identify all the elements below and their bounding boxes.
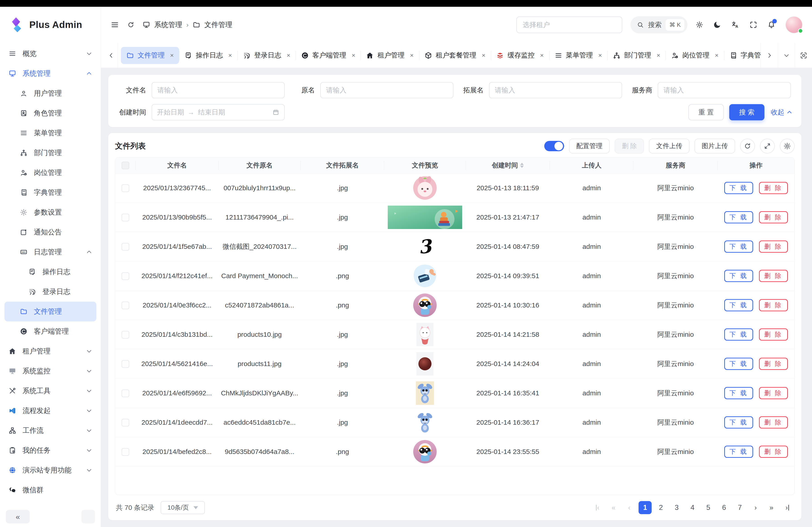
sidebar-item-微信群[interactable]: 微信群 <box>0 480 101 500</box>
sidebar-item-角色管理[interactable]: 角色管理 <box>0 103 101 123</box>
app-logo[interactable]: Plus Admin <box>0 7 101 43</box>
language-translate-icon[interactable]: A <box>731 21 739 29</box>
download-button[interactable]: 下 载 <box>724 446 753 458</box>
download-button[interactable]: 下 载 <box>724 182 753 194</box>
file-preview-thumbnail[interactable]: 3 <box>413 236 437 257</box>
sidebar-item-租户管理[interactable]: 租户管理 <box>0 341 101 361</box>
row-checkbox[interactable] <box>121 184 129 192</box>
pager-page-1[interactable]: 1 <box>639 501 652 514</box>
file-preview-thumbnail[interactable] <box>417 411 433 434</box>
dark-mode-moon-icon[interactable] <box>713 21 721 29</box>
filter-input-文件名[interactable]: 请输入 <box>151 82 285 98</box>
download-button[interactable]: 下 载 <box>724 299 753 311</box>
filter-input-原名[interactable]: 请输入 <box>320 82 453 98</box>
file-preview-thumbnail[interactable] <box>413 293 437 317</box>
search-button[interactable]: 搜 索 <box>729 104 765 120</box>
row-delete-button[interactable]: 删 除 <box>759 358 788 370</box>
download-button[interactable]: 下 载 <box>724 241 753 253</box>
sidebar-collapse-button[interactable]: « <box>6 510 30 523</box>
user-avatar[interactable] <box>785 16 802 33</box>
tab-客户端管理[interactable]: 客户端管理× <box>296 47 361 64</box>
pager-page-3[interactable]: 3 <box>670 501 683 514</box>
tab-租户管理[interactable]: 租户管理× <box>361 47 419 64</box>
pager-page-5[interactable]: 5 <box>702 501 715 514</box>
row-checkbox[interactable] <box>121 390 129 397</box>
tenant-select[interactable]: 选择租户 <box>516 16 622 33</box>
sidebar-item-字典管理[interactable]: 字典管理 <box>0 183 101 202</box>
download-button[interactable]: 下 载 <box>724 328 753 341</box>
column-settings-button[interactable] <box>780 139 795 153</box>
sidebar-item-演示站专用功能[interactable]: 演示站专用功能 <box>0 460 101 480</box>
tabs-dropdown-button[interactable] <box>778 43 795 68</box>
pager-next10-button[interactable]: » <box>765 501 778 514</box>
file-upload-button[interactable]: 文件上传 <box>649 139 690 153</box>
fullscreen-icon[interactable] <box>749 21 757 29</box>
row-checkbox[interactable] <box>121 243 129 251</box>
download-button[interactable]: 下 载 <box>724 211 753 223</box>
row-checkbox[interactable] <box>121 214 129 221</box>
filter-input-服务商[interactable]: 请输入 <box>658 82 791 98</box>
close-tab-icon[interactable]: × <box>352 52 355 59</box>
file-preview-thumbnail[interactable] <box>413 176 437 200</box>
sidebar-item-流程发起[interactable]: 流程发起 <box>0 401 101 421</box>
row-delete-button[interactable]: 删 除 <box>759 328 788 341</box>
filter-input-拓展名[interactable]: 请输入 <box>489 82 622 98</box>
tab-操作日志[interactable]: 操作日志× <box>179 47 237 64</box>
pin-icon[interactable] <box>82 510 95 523</box>
sidebar-item-日志管理[interactable]: DEV 日志管理 <box>0 242 101 262</box>
close-tab-icon[interactable]: × <box>170 52 174 59</box>
pager-page-7[interactable]: 7 <box>733 501 746 514</box>
sidebar-item-菜单管理[interactable]: 菜单管理 <box>0 123 101 143</box>
global-search-button[interactable]: 搜索 ⌘ K <box>630 16 687 33</box>
download-button[interactable]: 下 载 <box>724 358 753 370</box>
close-tab-icon[interactable]: × <box>482 52 485 59</box>
pager-page-4[interactable]: 4 <box>686 501 699 514</box>
notification-bell-icon[interactable] <box>767 21 775 29</box>
file-preview-thumbnail[interactable] <box>416 323 434 346</box>
delete-button[interactable]: 删 除 <box>615 139 644 153</box>
tab-缓存监控[interactable]: 缓存监控× <box>491 47 549 64</box>
expand-table-button[interactable] <box>760 139 775 153</box>
sidebar-item-系统工具[interactable]: 系统工具 <box>0 381 101 401</box>
tabs-scroll-left-button[interactable] <box>105 43 118 68</box>
tabs-scroll-right-button[interactable] <box>760 43 778 68</box>
collapse-filter-link[interactable]: 收起 <box>771 108 792 117</box>
refresh-icon[interactable] <box>127 21 134 28</box>
pager-next-button[interactable]: › <box>749 501 762 514</box>
row-delete-button[interactable]: 删 除 <box>759 299 788 311</box>
download-button[interactable]: 下 载 <box>724 387 753 399</box>
row-delete-button[interactable]: 删 除 <box>759 416 788 428</box>
row-delete-button[interactable]: 删 除 <box>759 387 788 399</box>
close-tab-icon[interactable]: × <box>228 52 232 59</box>
sidebar-item-文件管理[interactable]: 文件管理 <box>4 302 96 321</box>
file-preview-thumbnail[interactable] <box>416 381 434 405</box>
row-checkbox[interactable] <box>121 302 129 309</box>
download-button[interactable]: 下 载 <box>724 270 753 282</box>
tab-菜单管理[interactable]: 菜单管理× <box>549 47 607 64</box>
sidebar-item-用户管理[interactable]: 用户管理 <box>0 84 101 103</box>
breadcrumb-section[interactable]: 系统管理 <box>154 20 182 30</box>
pager-prev10-button[interactable]: « <box>607 501 620 514</box>
row-delete-button[interactable]: 删 除 <box>759 211 788 223</box>
sidebar-item-岗位管理[interactable]: 岗位管理 <box>0 163 101 183</box>
close-tab-icon[interactable]: × <box>540 52 543 59</box>
file-preview-thumbnail[interactable] <box>413 440 437 464</box>
pager-first-button[interactable]: ‹ <box>591 501 604 514</box>
row-delete-button[interactable]: 删 除 <box>759 270 788 282</box>
column-header-创建时间[interactable]: 创建时间 <box>466 157 550 174</box>
sort-icon[interactable] <box>520 163 524 168</box>
date-range-input[interactable]: 开始日期 → 结束日期 <box>151 104 285 120</box>
tab-字典管理[interactable]: 字典管理× <box>724 47 760 64</box>
sidebar-item-操作日志[interactable]: 操作日志 <box>0 262 101 282</box>
select-all-checkbox[interactable] <box>121 162 129 169</box>
settings-gear-icon[interactable] <box>696 21 703 29</box>
sidebar-item-系统管理[interactable]: 系统管理 <box>0 63 101 84</box>
pager-prev-button[interactable]: ‹ <box>623 501 636 514</box>
sidebar-item-概览[interactable]: 概览 <box>0 44 101 63</box>
image-upload-button[interactable]: 图片上传 <box>695 139 735 153</box>
close-tab-icon[interactable]: × <box>598 52 602 59</box>
pager-page-2[interactable]: 2 <box>654 501 667 514</box>
tab-租户套餐管理[interactable]: 租户套餐管理× <box>419 47 491 64</box>
content-fullscreen-button[interactable] <box>795 43 812 68</box>
refresh-table-button[interactable] <box>740 139 755 153</box>
